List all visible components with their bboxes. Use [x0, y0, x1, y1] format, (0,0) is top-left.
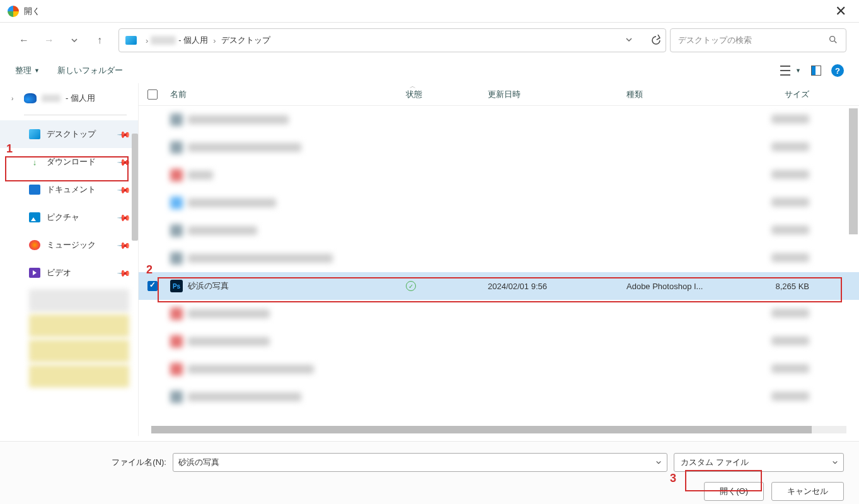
annotation-number-2: 2: [146, 263, 153, 277]
preview-pane-icon: [811, 66, 821, 76]
sort-indicator-icon: ︿: [410, 83, 416, 91]
file-row-redacted[interactable]: [139, 383, 859, 411]
breadcrumb-user[interactable]: [151, 36, 176, 45]
footer: ファイル名(N): 砂浜の写真 カスタム ファイル 開く(O) キャンセル: [0, 441, 859, 504]
sidebar-item-label: ドキュメント: [47, 184, 96, 195]
file-row-redacted[interactable]: [139, 217, 859, 244]
annotation-number-3: 3: [670, 472, 676, 485]
pin-icon[interactable]: 📌: [117, 265, 131, 280]
column-checkbox[interactable]: [139, 89, 166, 100]
window-title: 開く: [24, 6, 40, 17]
file-row-redacted[interactable]: [139, 244, 859, 272]
desktop-icon: [29, 129, 40, 139]
back-button[interactable]: ←: [13, 29, 35, 52]
document-icon: [29, 185, 40, 195]
annotation-number-1: 1: [6, 142, 13, 156]
sidebar-item-label: ピクチャ: [47, 212, 79, 223]
sidebar-separator: [24, 115, 127, 115]
toolbar: 整理 ▼ 新しいフォルダー ▼ ?: [0, 58, 859, 83]
column-name[interactable]: 名前: [166, 89, 406, 100]
recent-dropdown[interactable]: [63, 29, 86, 52]
column-size[interactable]: サイズ: [746, 89, 822, 100]
pin-icon[interactable]: 📌: [117, 154, 131, 169]
sidebar-item-label: ビデオ: [47, 267, 71, 278]
sidebar-item-redacted[interactable]: [29, 289, 129, 312]
file-row-selected[interactable]: Ps 砂浜の写真 ✓ 2024/02/01 9:56 Adobe Photosh…: [139, 272, 859, 300]
search-placeholder: デスクトップの検索: [678, 35, 752, 46]
sidebar-onedrive[interactable]: › - 個人用: [0, 87, 138, 110]
close-button[interactable]: ✕: [830, 3, 851, 20]
nav-bar: ← → ↑ › - 個人用 › デスクトップ デスクトップの検索: [0, 23, 859, 58]
help-button[interactable]: ?: [831, 64, 844, 77]
sidebar-item-downloads[interactable]: ↓ ダウンロード 📌: [0, 148, 138, 176]
location-icon: [125, 36, 137, 45]
sidebar-item-music[interactable]: ミュージック 📌: [0, 231, 138, 259]
pin-icon[interactable]: 📌: [117, 238, 131, 252]
sidebar-item-label: デスクトップ: [47, 129, 96, 140]
sidebar-scrollbar[interactable]: [132, 134, 138, 241]
onedrive-icon: [24, 93, 37, 103]
sidebar-user-redacted: [42, 94, 61, 102]
file-row-redacted[interactable]: [139, 161, 859, 189]
filetype-value: カスタム ファイル: [681, 457, 749, 468]
file-type: Adobe Photoshop I...: [626, 282, 746, 291]
sidebar-item-documents[interactable]: ドキュメント 📌: [0, 176, 138, 203]
cancel-button[interactable]: キャンセル: [771, 482, 844, 501]
organize-menu[interactable]: 整理 ▼: [15, 65, 40, 76]
breadcrumb-personal[interactable]: - 個人用: [176, 35, 210, 46]
file-name: 砂浜の写真: [188, 280, 229, 292]
sidebar-item-pictures[interactable]: ピクチャ 📌: [0, 203, 138, 231]
sidebar-item-videos[interactable]: ビデオ 📌: [0, 259, 138, 287]
refresh-button[interactable]: [645, 29, 667, 52]
row-checkbox[interactable]: [147, 281, 158, 291]
sidebar-item-desktop[interactable]: デスクトップ 📌: [0, 120, 138, 148]
sidebar-item-redacted[interactable]: [29, 340, 129, 362]
column-type[interactable]: 種類: [626, 89, 746, 100]
filename-input[interactable]: 砂浜の写真: [173, 453, 667, 472]
sync-ok-icon: ✓: [406, 281, 416, 291]
music-icon: [29, 240, 40, 250]
preview-pane-button[interactable]: [811, 66, 821, 76]
list-view-icon: [780, 66, 790, 76]
file-row-redacted[interactable]: [139, 134, 859, 161]
chevron-down-icon[interactable]: [832, 458, 838, 467]
file-size: 8,265 KB: [746, 282, 822, 291]
file-date: 2024/02/01 9:56: [488, 282, 626, 291]
vertical-scrollbar[interactable]: [849, 108, 858, 234]
search-input[interactable]: デスクトップの検索: [670, 28, 846, 52]
address-bar[interactable]: › - 個人用 › デスクトップ: [118, 28, 666, 52]
new-folder-button[interactable]: 新しいフォルダー: [57, 65, 123, 76]
view-menu[interactable]: ▼: [780, 66, 801, 76]
sidebar-item-redacted[interactable]: [29, 314, 129, 337]
file-row-redacted[interactable]: [139, 300, 859, 328]
horizontal-scrollbar[interactable]: [151, 426, 846, 433]
file-row-redacted[interactable]: [139, 328, 859, 355]
sidebar-onedrive-label: - 個人用: [66, 93, 95, 104]
sidebar: › - 個人用 デスクトップ 📌 ↓ ダウンロード 📌 ドキュメント 📌 ピクチ…: [0, 83, 139, 436]
column-status[interactable]: 状態: [406, 89, 488, 100]
chevron-down-icon[interactable]: [655, 458, 662, 467]
search-icon: [828, 35, 838, 47]
list-header: ︿ 名前 状態 更新日時 種類 サイズ: [139, 83, 859, 106]
filetype-select[interactable]: カスタム ファイル: [674, 453, 844, 472]
pin-icon[interactable]: 📌: [117, 210, 131, 224]
svg-line-1: [834, 41, 836, 43]
filename-value: 砂浜の写真: [178, 457, 219, 468]
forward-button[interactable]: →: [38, 29, 61, 52]
column-date[interactable]: 更新日時: [488, 89, 626, 100]
chevron-right-icon: ›: [210, 36, 218, 45]
address-history-dropdown[interactable]: [621, 36, 637, 45]
file-row-redacted[interactable]: [139, 189, 859, 217]
sidebar-item-redacted[interactable]: [29, 365, 129, 387]
chevron-right-icon[interactable]: ›: [11, 95, 19, 102]
up-button[interactable]: ↑: [88, 29, 111, 52]
photoshop-file-icon: Ps: [170, 280, 183, 292]
file-row-redacted[interactable]: [139, 355, 859, 383]
sidebar-item-label: ダウンロード: [47, 156, 96, 168]
file-row-redacted[interactable]: [139, 106, 859, 134]
pin-icon[interactable]: 📌: [117, 182, 131, 197]
video-icon: [29, 268, 40, 278]
pin-icon[interactable]: 📌: [117, 127, 131, 141]
open-button[interactable]: 開く(O): [704, 482, 764, 501]
breadcrumb-desktop[interactable]: デスクトップ: [219, 35, 273, 46]
